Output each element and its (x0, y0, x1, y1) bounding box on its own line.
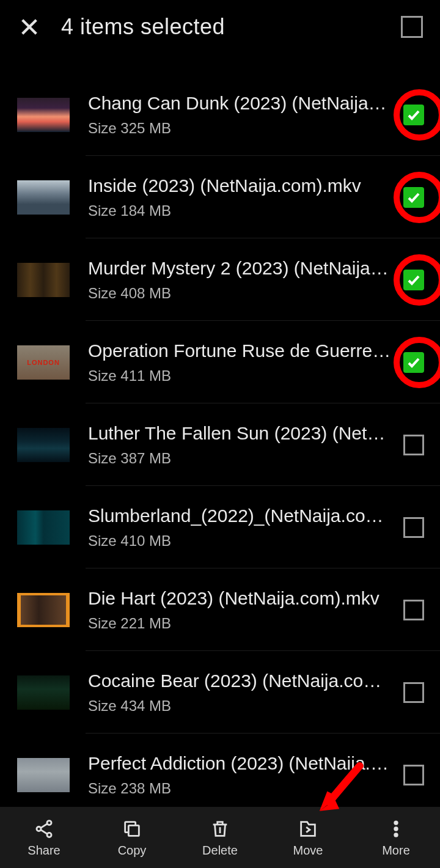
move-button[interactable]: Move (264, 807, 352, 868)
video-thumbnail (17, 180, 70, 215)
delete-label: Delete (202, 844, 238, 858)
share-icon (33, 818, 55, 840)
list-item[interactable]: Cocaine Bear (2023) (NetNaija.com).mkvSi… (0, 651, 440, 734)
video-thumbnail (17, 593, 70, 627)
list-item[interactable]: Die Hart (2023) (NetNaija.com).mkvSize 2… (0, 568, 440, 651)
item-meta: Murder Mystery 2 (2023) (NetNaija.com).m… (88, 258, 401, 302)
move-icon (297, 818, 319, 840)
select-all-checkbox[interactable] (401, 16, 423, 38)
item-meta: Luther The Fallen Sun (2023) (NetNaija.c… (88, 423, 401, 467)
item-checkbox[interactable] (401, 515, 427, 540)
move-label: Move (293, 844, 323, 858)
more-icon (385, 818, 407, 840)
item-size: Size 325 MB (88, 120, 391, 137)
list-item[interactable]: Luther The Fallen Sun (2023) (NetNaija.c… (0, 403, 440, 486)
action-bar: Share Copy Delete Move More (0, 807, 440, 868)
item-checkbox[interactable] (401, 597, 427, 623)
list-item[interactable]: Murder Mystery 2 (2023) (NetNaija.com).m… (0, 238, 440, 321)
item-title: Operation Fortune Ruse de Guerre (2023) … (88, 340, 391, 361)
file-list: Chang Can Dunk (2023) (NetNaija.com).mkv… (0, 73, 440, 807)
video-thumbnail (17, 758, 70, 792)
more-button[interactable]: More (352, 807, 440, 868)
item-checkbox[interactable] (401, 680, 427, 705)
item-title: Inside (2023) (NetNaija.com).mkv (88, 175, 391, 196)
copy-icon (121, 818, 143, 840)
item-size: Size 410 MB (88, 532, 391, 550)
more-label: More (382, 844, 410, 858)
video-thumbnail (17, 510, 70, 545)
svg-line-6 (40, 829, 47, 834)
delete-button[interactable]: Delete (176, 807, 264, 868)
item-title: Murder Mystery 2 (2023) (NetNaija.com).m… (88, 258, 391, 279)
item-title: Chang Can Dunk (2023) (NetNaija.com).mkv (88, 93, 391, 114)
selection-header: 4 items selected (0, 0, 440, 54)
item-title: Luther The Fallen Sun (2023) (NetNaija.c… (88, 423, 391, 444)
item-size: Size 184 MB (88, 202, 391, 219)
item-meta: Slumberland_(2022)_(NetNaija.com).mkvSiz… (88, 506, 401, 550)
item-size: Size 411 MB (88, 367, 391, 384)
selection-count-title: 4 items selected (61, 14, 401, 40)
item-checkbox[interactable] (401, 185, 427, 210)
share-label: Share (28, 844, 60, 858)
video-thumbnail (17, 263, 70, 297)
svg-rect-7 (128, 825, 139, 836)
copy-button[interactable]: Copy (88, 807, 176, 868)
video-thumbnail (17, 345, 70, 380)
close-icon[interactable] (17, 15, 42, 39)
item-size: Size 221 MB (88, 615, 391, 632)
list-item[interactable]: Inside (2023) (NetNaija.com).mkvSize 184… (0, 156, 440, 238)
item-title: Perfect Addiction (2023) (NetNaija.com).… (88, 753, 391, 774)
svg-line-5 (40, 823, 47, 828)
item-title: Slumberland_(2022)_(NetNaija.com).mkv (88, 506, 391, 526)
item-meta: Chang Can Dunk (2023) (NetNaija.com).mkv… (88, 93, 401, 137)
video-thumbnail (17, 428, 70, 462)
item-meta: Operation Fortune Ruse de Guerre (2023) … (88, 340, 401, 384)
list-item[interactable]: Operation Fortune Ruse de Guerre (2023) … (0, 321, 440, 403)
item-size: Size 238 MB (88, 780, 391, 797)
item-size: Size 387 MB (88, 450, 391, 467)
item-checkbox[interactable] (401, 432, 427, 458)
item-meta: Cocaine Bear (2023) (NetNaija.com).mkvSi… (88, 671, 401, 715)
item-size: Size 434 MB (88, 697, 391, 715)
svg-point-10 (395, 827, 398, 830)
item-checkbox[interactable] (401, 267, 427, 293)
item-meta: Inside (2023) (NetNaija.com).mkvSize 184… (88, 175, 401, 219)
video-thumbnail (17, 98, 70, 132)
item-title: Die Hart (2023) (NetNaija.com).mkv (88, 588, 391, 609)
delete-icon (209, 818, 231, 840)
item-meta: Perfect Addiction (2023) (NetNaija.com).… (88, 753, 401, 797)
list-item[interactable]: Chang Can Dunk (2023) (NetNaija.com).mkv… (0, 73, 440, 156)
video-thumbnail (17, 675, 70, 710)
item-title: Cocaine Bear (2023) (NetNaija.com).mkv (88, 671, 391, 691)
item-meta: Die Hart (2023) (NetNaija.com).mkvSize 2… (88, 588, 401, 632)
list-item[interactable]: Perfect Addiction (2023) (NetNaija.com).… (0, 734, 440, 807)
list-item[interactable]: Slumberland_(2022)_(NetNaija.com).mkvSiz… (0, 486, 440, 568)
share-button[interactable]: Share (0, 807, 88, 868)
copy-label: Copy (118, 844, 147, 858)
item-checkbox[interactable] (401, 762, 427, 788)
svg-point-11 (395, 833, 398, 836)
item-size: Size 408 MB (88, 285, 391, 302)
item-checkbox[interactable] (401, 350, 427, 375)
svg-point-9 (395, 821, 398, 824)
item-checkbox[interactable] (401, 102, 427, 128)
